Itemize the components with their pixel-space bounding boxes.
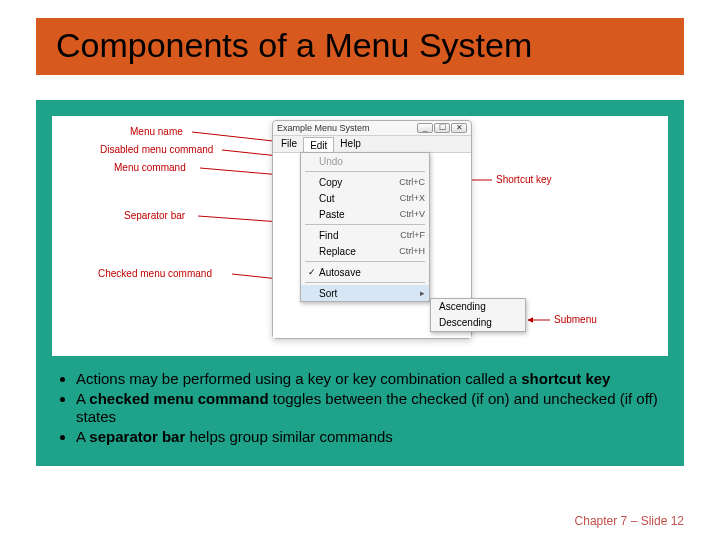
close-icon[interactable]: ✕ xyxy=(451,123,467,133)
submenu-item-ascending[interactable]: Ascending xyxy=(431,299,525,315)
separator-4 xyxy=(305,282,425,283)
label-disabled-cmd: Disabled menu command xyxy=(100,144,213,155)
menubar: File Edit Help xyxy=(273,135,471,152)
maximize-icon[interactable]: ☐ xyxy=(434,123,450,133)
bullet-list: Actions may be performed using a key or … xyxy=(76,370,668,446)
bullet-1: Actions may be performed using a key or … xyxy=(76,370,668,388)
menu-item-undo[interactable]: Undo xyxy=(301,153,429,169)
bullet-3: A separator bar helps group similar comm… xyxy=(76,428,668,446)
menu-item-cut[interactable]: CutCtrl+X xyxy=(301,190,429,206)
slide-title: Components of a Menu System xyxy=(56,26,664,65)
label-submenu: Submenu xyxy=(554,314,597,325)
label-menu-name: Menu name xyxy=(130,126,183,137)
menu-item-autosave[interactable]: ✓Autosave xyxy=(301,264,429,280)
menu-help[interactable]: Help xyxy=(334,136,367,152)
slide-title-bar: Components of a Menu System xyxy=(36,18,684,75)
edit-dropdown: Undo CopyCtrl+C CutCtrl+X PasteCtrl+V Fi… xyxy=(300,152,430,302)
app-titlebar: Example Menu System _ ☐ ✕ xyxy=(273,121,471,135)
menu-item-find[interactable]: FindCtrl+F xyxy=(301,227,429,243)
menu-item-paste[interactable]: PasteCtrl+V xyxy=(301,206,429,222)
label-separator: Separator bar xyxy=(124,210,185,221)
label-checked-cmd: Checked menu command xyxy=(98,268,212,279)
menu-item-replace[interactable]: ReplaceCtrl+H xyxy=(301,243,429,259)
app-title: Example Menu System xyxy=(277,123,370,133)
menu-file[interactable]: File xyxy=(275,136,303,152)
label-menu-cmd: Menu command xyxy=(114,162,186,173)
separator-2 xyxy=(305,224,425,225)
menu-item-copy[interactable]: CopyCtrl+C xyxy=(301,174,429,190)
sort-submenu: Ascending Descending xyxy=(430,298,526,332)
separator-1 xyxy=(305,171,425,172)
separator-3 xyxy=(305,261,425,262)
submenu-item-descending[interactable]: Descending xyxy=(431,315,525,331)
bullet-2: A checked menu command toggles between t… xyxy=(76,390,668,426)
menu-edit[interactable]: Edit xyxy=(303,137,334,153)
slide-footer: Chapter 7 – Slide 12 xyxy=(575,514,684,528)
content-panel: Menu name Disabled menu command Menu com… xyxy=(36,100,684,466)
minimize-icon[interactable]: _ xyxy=(417,123,433,133)
check-icon: ✓ xyxy=(305,267,319,277)
menu-item-sort[interactable]: Sort▸ xyxy=(301,285,429,301)
chevron-right-icon: ▸ xyxy=(416,288,425,298)
menu-diagram: Menu name Disabled menu command Menu com… xyxy=(52,116,668,356)
label-shortcut-key: Shortcut key xyxy=(496,174,552,185)
